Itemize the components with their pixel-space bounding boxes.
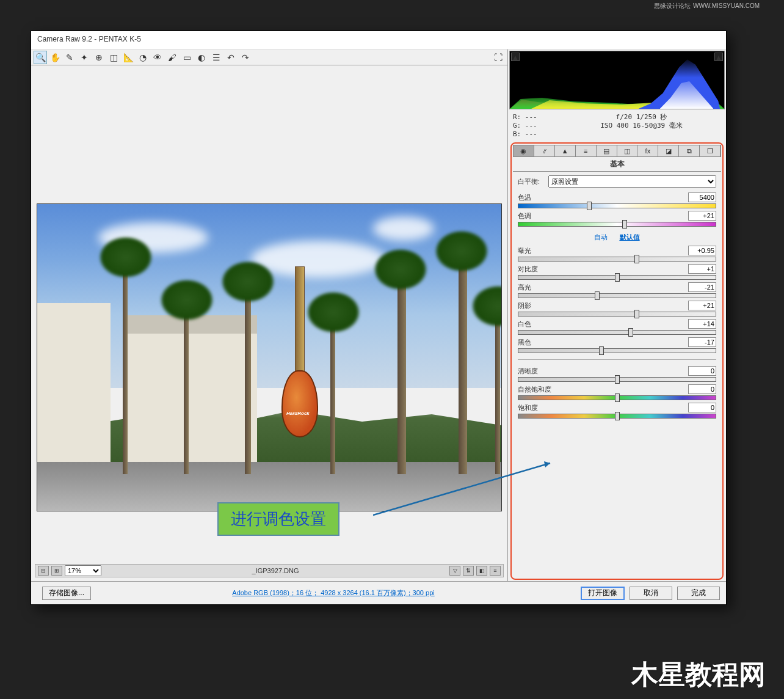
contrast-input[interactable] <box>688 264 716 274</box>
tab-presets[interactable]: ⧉ <box>679 145 700 156</box>
window-title: Camera Raw 9.2 - PENTAX K-5 <box>37 35 141 43</box>
filename-label: _IGP3927.DNG <box>104 567 447 574</box>
tint-input[interactable] <box>688 211 716 221</box>
tint-slider[interactable]: 色调 <box>518 211 716 227</box>
select-icon[interactable]: ◧ <box>476 566 487 576</box>
default-link[interactable]: 默认值 <box>620 233 640 241</box>
blacks-input[interactable] <box>688 337 716 347</box>
tab-lens[interactable]: ◫ <box>617 145 638 156</box>
radial-filter-tool[interactable]: ◐ <box>195 51 208 64</box>
redeye-tool[interactable]: 👁 <box>151 51 164 64</box>
blacks-slider[interactable]: 黑色 <box>518 337 716 353</box>
filter-icon[interactable]: ▽ <box>449 566 460 576</box>
open-image-button[interactable]: 打开图像 <box>581 587 625 600</box>
tab-curve[interactable]: ⫽ <box>534 145 555 156</box>
rotate-ccw-tool[interactable]: ↶ <box>224 51 238 64</box>
cancel-button[interactable]: 取消 <box>630 587 672 600</box>
camera-raw-window: Camera Raw 9.2 - PENTAX K-5 🔍 ✋ ✎ ✦ ⊕ ◫ … <box>31 31 727 605</box>
contrast-slider[interactable]: 对比度 <box>518 264 716 280</box>
saturation-input[interactable] <box>688 403 716 412</box>
tab-snapshots[interactable]: ❐ <box>700 145 720 156</box>
viewer-footer: ⊟ ⊞ 17% _IGP3927.DNG ▽ ⇅ ◧ ≡ <box>35 564 504 577</box>
graduated-filter-tool[interactable]: ▭ <box>180 51 194 64</box>
whites-slider[interactable]: 白色 <box>518 319 716 335</box>
whites-input[interactable] <box>688 319 716 329</box>
clarity-slider[interactable]: 清晰度 <box>518 366 716 382</box>
temp-slider[interactable]: 色温 <box>518 192 716 208</box>
tab-camera[interactable]: ◪ <box>658 145 679 156</box>
tab-basic[interactable]: ◉ <box>514 145 534 156</box>
zoom-tool[interactable]: 🔍 <box>34 51 47 64</box>
white-balance-select[interactable]: 原照设置 <box>548 175 716 188</box>
tab-detail[interactable]: ▲ <box>555 145 576 156</box>
saturation-slider[interactable]: 饱和度 <box>518 403 716 419</box>
panel-tabs: ◉ ⫽ ▲ ≡ ▤ ◫ fx ◪ ⧉ ❐ <box>513 145 721 157</box>
spot-removal-tool[interactable]: ◔ <box>136 51 150 64</box>
annotation-callout: 进行调色设置 <box>217 502 339 536</box>
basic-panel-highlighted: ◉ ⫽ ▲ ≡ ▤ ◫ fx ◪ ⧉ ❐ 基本 白平衡: <box>510 142 724 580</box>
tab-fx[interactable]: fx <box>637 145 658 156</box>
eyedropper-tool[interactable]: ✎ <box>63 51 76 64</box>
done-button[interactable]: 完成 <box>677 587 720 600</box>
fullscreen-toggle[interactable]: ⛶ <box>492 51 505 64</box>
toolbar: 🔍 ✋ ✎ ✦ ⊕ ◫ 📐 ◔ 👁 🖌 ▭ ◐ ☰ ↶ ↷ ⛶ <box>31 49 507 65</box>
adjustment-brush-tool[interactable]: 🖌 <box>165 51 179 64</box>
highlights-slider[interactable]: 高光 <box>518 282 716 298</box>
watermark-bottom: 木星教程网 <box>631 657 766 693</box>
tab-split[interactable]: ▤ <box>597 145 617 156</box>
prefs-tool[interactable]: ☰ <box>209 51 223 64</box>
highlights-input[interactable] <box>688 282 716 292</box>
shadow-clip-icon[interactable]: ▲ <box>511 53 520 61</box>
meta-info: R: --- G: --- B: --- f/20 1/250 秒 ISO 40… <box>508 111 726 141</box>
rating-icon[interactable]: ⇅ <box>463 566 474 576</box>
highlight-clip-icon[interactable]: ▲ <box>714 53 723 61</box>
workflow-options-link[interactable]: Adobe RGB (1998)；16 位； 4928 x 3264 (16.1… <box>232 589 434 596</box>
title-bar: Camera Raw 9.2 - PENTAX K-5 <box>31 31 726 49</box>
wb-label: 白平衡: <box>518 177 548 186</box>
histogram[interactable]: ▲ ▲ <box>509 51 725 109</box>
hand-tool[interactable]: ✋ <box>48 51 62 64</box>
shadows-slider[interactable]: 阴影 <box>518 301 716 317</box>
watermark-top: 思缘设计论坛WWW.MISSYUAN.COM <box>652 1 760 10</box>
exposure-slider[interactable]: 曝光 <box>518 246 716 262</box>
exposure-input[interactable] <box>688 246 716 255</box>
vibrance-slider[interactable]: 自然饱和度 <box>518 384 716 400</box>
temp-input[interactable] <box>688 192 716 202</box>
tab-hsl[interactable]: ≡ <box>576 145 597 156</box>
menu-icon[interactable]: ≡ <box>490 566 501 576</box>
image-viewer[interactable]: HardRock 进行调色设置 <box>31 65 507 564</box>
color-sampler-tool[interactable]: ✦ <box>78 51 91 64</box>
preview-image: HardRock <box>37 203 502 511</box>
targeted-adjust-tool[interactable]: ⊕ <box>92 51 106 64</box>
zoom-select[interactable]: 17% <box>65 565 101 576</box>
panel-title: 基本 <box>513 157 721 172</box>
save-image-button[interactable]: 存储图像... <box>42 587 91 600</box>
crop-tool[interactable]: ◫ <box>107 51 120 64</box>
shadows-input[interactable] <box>688 301 716 310</box>
rotate-cw-tool[interactable]: ↷ <box>239 51 252 64</box>
zoom-in-icon[interactable]: ⊞ <box>51 566 62 576</box>
vibrance-input[interactable] <box>688 384 716 394</box>
straighten-tool[interactable]: 📐 <box>122 51 135 64</box>
auto-link[interactable]: 自动 <box>594 233 608 241</box>
zoom-out-icon[interactable]: ⊟ <box>38 566 49 576</box>
bottom-bar: 存储图像... Adobe RGB (1998)；16 位； 4928 x 32… <box>31 581 726 604</box>
clarity-input[interactable] <box>688 366 716 376</box>
